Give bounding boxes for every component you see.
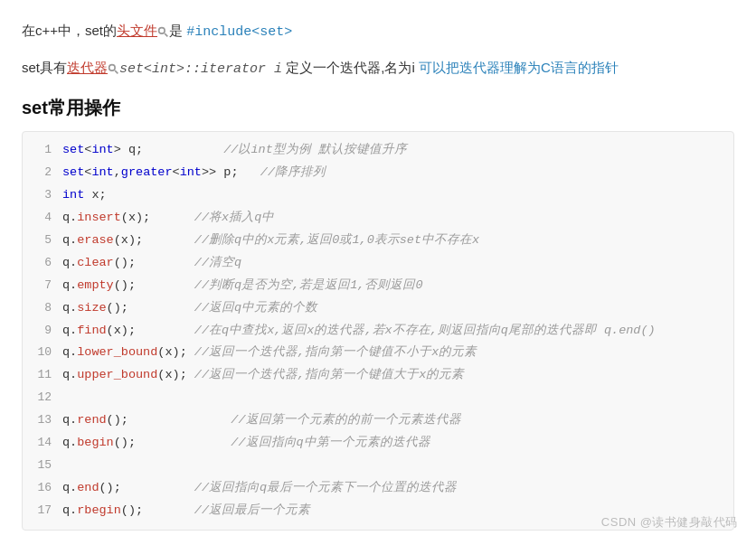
line-number: 16 xyxy=(23,478,62,498)
section-title: set常用操作 xyxy=(22,96,734,120)
line-content: q.rend(); //返回第一个元素的的前一个元素迭代器 xyxy=(62,410,733,431)
line-number: 6 xyxy=(23,253,62,273)
intro-line-2: set具有迭代器 set<int>::iterator i 定义一个迭代器,名为… xyxy=(22,55,734,81)
line-content: set<int> q; //以int型为例 默认按键值升序 xyxy=(62,140,733,161)
table-row: 12 xyxy=(23,387,733,409)
line-number: 2 xyxy=(23,163,62,183)
line-content xyxy=(62,388,733,409)
line-number: 4 xyxy=(23,208,62,228)
table-row: 10q.lower_bound(x); //返回一个迭代器,指向第一个键值不小于… xyxy=(23,342,733,364)
intro-text-1: 在c++中，set的 xyxy=(22,23,117,38)
table-row: 2set<int,greater<int>> p; //降序排列 xyxy=(23,162,733,184)
intro-text-1b: 是 xyxy=(169,23,186,38)
table-row: 8q.size(); //返回q中元素的个数 xyxy=(23,297,733,320)
line-number: 7 xyxy=(23,276,62,296)
line-number: 8 xyxy=(23,298,62,318)
intro-text-2b: 定义一个迭代器,名为i xyxy=(282,60,419,75)
line-number: 1 xyxy=(23,140,62,160)
line-content: q.empty(); //判断q是否为空,若是返回1,否则返回0 xyxy=(62,276,733,296)
table-row: 11q.upper_bound(x); //返回一个迭代器,指向第一个键值大于x… xyxy=(23,364,733,387)
table-row: 14q.begin(); //返回指向q中第一个元素的迭代器 xyxy=(23,432,733,455)
line-content: set<int,greater<int>> p; //降序排列 xyxy=(62,163,733,183)
svg-point-0 xyxy=(159,27,165,33)
table-row: 13q.rend(); //返回第一个元素的的前一个元素迭代器 xyxy=(23,409,733,432)
intro-header-file: 头文件 xyxy=(117,23,157,38)
intro-comment: 可以把迭代器理解为C语言的指针 xyxy=(419,60,619,75)
line-content: int x; xyxy=(62,185,733,206)
line-content: q.begin(); //返回指向q中第一个元素的迭代器 xyxy=(62,433,733,454)
line-number: 17 xyxy=(23,501,62,521)
line-number: 15 xyxy=(23,456,62,475)
line-content: q.end(); //返回指向q最后一个元素下一个位置的迭代器 xyxy=(62,478,733,499)
table-row: 16q.end(); //返回指向q最后一个元素下一个位置的迭代器 xyxy=(23,477,733,500)
table-row: 6q.clear(); //清空q xyxy=(23,252,733,275)
intro-iterator-code: set<int>::iterator i xyxy=(119,61,282,77)
line-number: 3 xyxy=(23,185,62,205)
line-content xyxy=(62,456,733,476)
line-content: q.clear(); //清空q xyxy=(62,253,733,274)
table-row: 5q.erase(x); //删除q中的x元素,返回0或1,0表示set中不存在… xyxy=(23,230,733,252)
table-row: 7q.empty(); //判断q是否为空,若是返回1,否则返回0 xyxy=(23,275,733,297)
intro-line-1: 在c++中，set的头文件 是 #include<set> xyxy=(22,18,734,44)
line-number: 14 xyxy=(23,433,62,453)
line-content: q.size(); //返回q中元素的个数 xyxy=(62,298,733,319)
table-row: 4q.insert(x); //将x插入q中 xyxy=(23,207,733,230)
line-number: 9 xyxy=(23,321,62,341)
intro-text-2a: set具有 xyxy=(22,60,67,75)
intro-iterator-word: 迭代器 xyxy=(67,60,108,75)
table-row: 1set<int> q; //以int型为例 默认按键值升序 xyxy=(23,139,733,162)
line-content: q.upper_bound(x); //返回一个迭代器,指向第一个键值大于x的元… xyxy=(62,365,733,386)
line-number: 13 xyxy=(23,410,62,430)
watermark: CSDN @读书健身敲代码 xyxy=(601,514,738,531)
line-content: q.find(x); //在q中查找x,返回x的迭代器,若x不存在,则返回指向q… xyxy=(62,321,733,342)
search-icon-2 xyxy=(108,63,119,75)
line-content: q.insert(x); //将x插入q中 xyxy=(62,208,733,229)
line-number: 10 xyxy=(23,343,62,362)
svg-line-1 xyxy=(165,33,167,36)
line-number: 12 xyxy=(23,388,62,408)
intro-include: #include<set> xyxy=(186,24,292,40)
line-number: 11 xyxy=(23,365,62,385)
line-content: q.lower_bound(x); //返回一个迭代器,指向第一个键值不小于x的… xyxy=(62,343,733,363)
line-content: q.erase(x); //删除q中的x元素,返回0或1,0表示set中不存在x xyxy=(62,230,733,251)
search-icon-1 xyxy=(157,26,169,38)
line-number: 5 xyxy=(23,230,62,250)
table-row: 9q.find(x); //在q中查找x,返回x的迭代器,若x不存在,则返回指向… xyxy=(23,320,733,343)
table-row: 3int x; xyxy=(23,184,733,207)
svg-line-3 xyxy=(115,70,118,73)
code-block: 1set<int> q; //以int型为例 默认按键值升序2set<int,g… xyxy=(22,131,734,531)
svg-point-2 xyxy=(109,64,116,70)
table-row: 15 xyxy=(23,455,733,477)
